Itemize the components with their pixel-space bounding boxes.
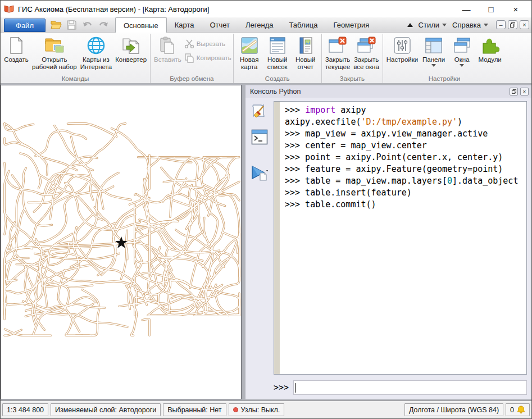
collapse-ribbon-icon[interactable] <box>407 23 413 27</box>
nodes-status-icon <box>233 407 238 412</box>
tab-geometriya[interactable]: Геометрия <box>325 17 377 32</box>
chevron-down-icon <box>442 24 447 26</box>
text-caret <box>295 383 296 393</box>
paste-icon <box>157 36 178 55</box>
console-terminal-button[interactable] <box>251 128 269 146</box>
app-window: ГИС Аксиома (Бесплатная версия) - [Карта… <box>0 0 532 419</box>
new-document-icon <box>6 36 26 55</box>
ribbon-group-komandy: Создать Открыть рабочий набор <box>1 34 151 83</box>
new-report-button[interactable]: Новый отчет <box>292 34 320 71</box>
status-bar: 1:3 484 800 Изменяемый слой: Автодороги … <box>1 400 531 418</box>
projection-selector[interactable]: Долгота / Широта (WGS 84) <box>404 403 503 416</box>
ribbon-group-bufer: Вставить Вырезать <box>151 34 234 83</box>
title-bar: ГИС Аксиома (Бесплатная версия) - [Карта… <box>1 1 531 17</box>
editable-layer-indicator[interactable]: Изменяемый слой: Автодороги <box>51 403 161 416</box>
chevron-down-icon <box>484 24 488 26</box>
run-file-button[interactable] <box>251 164 269 182</box>
nodes-indicator[interactable]: Узлы: Выкл. <box>229 403 285 416</box>
redo-icon[interactable] <box>97 19 110 31</box>
minimize-button[interactable]: — <box>454 2 479 16</box>
cut-button: Вырезать <box>184 39 231 49</box>
ribbon-group-sozdat: Новая карта Новый с <box>234 34 322 83</box>
copy-button: Копировать <box>184 53 231 63</box>
panels-button[interactable]: Панели <box>420 34 448 69</box>
scissors-icon <box>184 39 194 49</box>
console-toolbar <box>245 101 274 375</box>
close-current-button[interactable]: Закрыть текущее <box>324 34 352 71</box>
console-input[interactable] <box>293 380 527 395</box>
terminal-icon <box>251 129 268 145</box>
converter-icon <box>121 36 141 55</box>
python-console-header: Консоль Python × <box>245 85 531 98</box>
windows-button[interactable]: Окна <box>448 34 476 69</box>
panel-title: Консоль Python <box>250 88 301 95</box>
tab-osnovnye[interactable]: Основные <box>115 17 167 33</box>
save-icon[interactable] <box>66 19 78 31</box>
panel-close-button[interactable]: × <box>520 88 529 95</box>
open-workspace-icon <box>44 36 65 55</box>
tab-tablica[interactable]: Таблица <box>281 17 326 32</box>
new-list-icon <box>267 36 288 55</box>
mdi-close-button[interactable]: × <box>520 20 529 29</box>
map-view[interactable] <box>1 85 242 399</box>
tab-karta[interactable]: Карта <box>167 17 202 32</box>
modules-button[interactable]: Модули <box>476 34 504 69</box>
file-menu-button[interactable]: Файл <box>4 19 46 32</box>
quick-access-toolbar <box>50 19 110 31</box>
help-menu[interactable]: Справка <box>452 21 488 29</box>
tab-legenda[interactable]: Легенда <box>238 17 281 32</box>
scale-indicator[interactable]: 1:3 484 800 <box>2 403 48 416</box>
undo-icon[interactable] <box>81 19 94 31</box>
ribbon-group-nastroyki: Настройки Панели <box>383 34 506 83</box>
mdi-minimize-button[interactable]: – <box>496 20 506 29</box>
notification-count: 0 <box>510 406 514 414</box>
styles-menu[interactable]: Стили <box>419 21 447 29</box>
chevron-down-icon <box>460 64 464 67</box>
group-label: Команды <box>2 75 148 83</box>
console-output[interactable]: >>> import axipyaxipy.execfile('D:/tmp/e… <box>280 102 526 374</box>
settings-button[interactable]: Настройки <box>385 34 420 69</box>
app-logo-icon <box>4 4 14 13</box>
group-label: Настройки <box>385 75 504 83</box>
window-title: ГИС Аксиома (Бесплатная версия) - [Карта… <box>18 5 209 13</box>
open-workspace-button[interactable]: Открыть рабочий набор <box>30 34 79 71</box>
notification-area[interactable]: 0 <box>506 403 530 416</box>
console-prompt: >>> <box>274 382 289 393</box>
python-console-panel: Консоль Python × <box>245 85 531 399</box>
close-button[interactable]: × <box>503 2 528 16</box>
create-button[interactable]: Создать <box>2 34 30 63</box>
console-output-margin <box>274 102 280 374</box>
selection-indicator[interactable]: Выбранный: Нет <box>163 403 226 416</box>
sliders-icon <box>392 36 412 55</box>
cascade-windows-icon <box>452 36 472 55</box>
panel-float-button[interactable] <box>510 88 518 95</box>
tab-otchet[interactable]: Отчет <box>202 17 238 32</box>
group-label: Создать <box>235 75 320 83</box>
bell-icon <box>517 406 525 415</box>
run-file-icon <box>251 165 269 181</box>
maximize-button[interactable]: □ <box>479 2 503 16</box>
console-output-box: >>> import axipyaxipy.execfile('D:/tmp/e… <box>274 101 527 375</box>
maps-from-internet-button[interactable]: Карты из Интернета <box>79 34 113 71</box>
puzzle-icon <box>480 36 500 55</box>
open-folder-icon[interactable] <box>50 19 62 31</box>
console-input-row: >>> <box>245 377 531 399</box>
new-report-icon <box>295 36 316 55</box>
close-window-icon <box>328 36 348 55</box>
globe-icon <box>86 36 106 55</box>
close-all-button[interactable]: Закрыть все окна <box>352 34 381 71</box>
ribbon-tab-bar: Файл <box>1 17 531 33</box>
close-all-windows-icon <box>356 36 376 55</box>
converter-button[interactable]: Конвертер <box>113 34 148 63</box>
copy-icon <box>184 53 194 63</box>
mdi-restore-button[interactable] <box>508 20 517 29</box>
paste-button: Вставить <box>152 34 183 63</box>
ribbon-group-zakryt: Закрыть текущее Закрыть все окна <box>322 34 383 83</box>
new-list-button[interactable]: Новый список <box>263 34 292 71</box>
panels-icon <box>424 36 444 55</box>
new-map-button[interactable]: Новая карта <box>235 34 263 71</box>
clear-console-button[interactable] <box>251 102 269 120</box>
main-area: Консоль Python × <box>1 84 531 400</box>
group-label: Закрыть <box>324 75 381 83</box>
new-map-icon <box>239 36 260 55</box>
